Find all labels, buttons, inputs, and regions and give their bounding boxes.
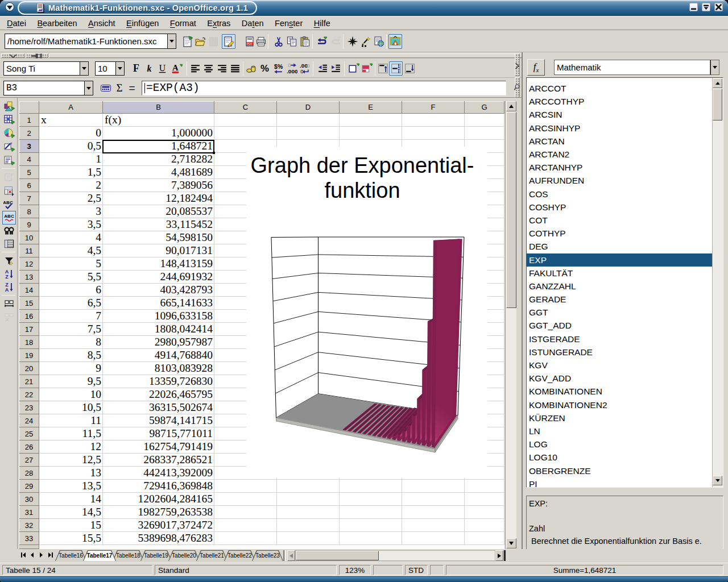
background-color-button[interactable] [359, 61, 373, 76]
cell-B7[interactable]: 12,182494 [103, 192, 214, 205]
cell-G33[interactable] [465, 532, 504, 545]
row-header-24[interactable]: 24 [19, 414, 39, 427]
cell-F31[interactable] [402, 506, 465, 519]
menu-bearbeiten[interactable]: Bearbeiten [37, 19, 77, 28]
status-zoom[interactable]: 123% [339, 565, 371, 575]
valign-bottom-button[interactable] [403, 61, 416, 76]
cell-G30[interactable] [465, 493, 504, 506]
cell-B12[interactable]: 148,413159 [103, 257, 214, 271]
cell-B14[interactable]: 403,428793 [103, 284, 214, 297]
autopilot-button[interactable] [359, 34, 373, 49]
row-header-26[interactable]: 26 [19, 440, 39, 454]
copy-button[interactable] [285, 34, 299, 49]
cell-C1[interactable] [214, 114, 277, 127]
cell-B23[interactable]: 36315,502674 [103, 401, 214, 414]
menu-ansicht[interactable]: Ansicht [88, 19, 115, 28]
sheet-tab-tabelle21[interactable]: Tabelle21 [196, 550, 228, 561]
cell-E2[interactable] [340, 127, 402, 140]
cell-B29[interactable]: 729416,369848 [103, 480, 214, 493]
row-header-20[interactable]: 20 [19, 362, 39, 375]
cell-A9[interactable]: 3,5 [39, 218, 103, 231]
function-item-istgerade[interactable]: ISTGERADE [527, 332, 723, 346]
hscroll-left-button[interactable] [287, 550, 295, 561]
row-header-7[interactable]: 7 [19, 192, 39, 205]
cell-A6[interactable]: 2 [39, 179, 103, 192]
cell-B3[interactable]: 1,648721 [103, 140, 214, 153]
cell-D29[interactable] [277, 480, 340, 493]
bold-button[interactable]: F [129, 61, 143, 76]
cell-D30[interactable] [277, 493, 340, 506]
align-left-button[interactable] [188, 61, 202, 76]
cell-A2[interactable]: 0 [39, 127, 103, 140]
find-replace-button[interactable] [2, 224, 16, 238]
cell-A32[interactable]: 15 [39, 519, 103, 532]
cell-B21[interactable]: 13359,726830 [103, 375, 214, 388]
cell-B11[interactable]: 90,017131 [103, 244, 214, 257]
open-document-button[interactable] [193, 34, 207, 49]
cell-A1[interactable]: x [39, 114, 103, 127]
function-item-log10[interactable]: LOG10 [527, 451, 723, 464]
cell-B26[interactable]: 162754,791419 [103, 440, 214, 454]
number-currency-button[interactable] [245, 61, 258, 76]
cell-A28[interactable]: 13 [39, 467, 103, 480]
cell-A13[interactable]: 5,5 [39, 271, 103, 284]
add-decimal-button[interactable]: 0.000 [284, 61, 298, 76]
cell-A11[interactable]: 4,5 [39, 244, 103, 257]
row-header-19[interactable]: 19 [19, 349, 39, 362]
sheet-tab-tabelle18[interactable]: Tabelle18 [113, 550, 144, 561]
row-header-30[interactable]: 30 [19, 493, 39, 506]
embedded-chart[interactable]: Graph der Exponential-funktion [246, 147, 487, 478]
row-header-27[interactable]: 27 [19, 454, 39, 467]
list-scroll-down[interactable] [713, 476, 722, 485]
function-item-arcsin[interactable]: ARCSIN [527, 109, 723, 122]
function-item-istungerade[interactable]: ISTUNGERADE [527, 346, 723, 359]
function-item-kombinationen2[interactable]: KOMBINATIONEN2 [527, 398, 723, 411]
cell-C31[interactable] [214, 506, 277, 519]
row-header-3[interactable]: 3 [19, 140, 39, 153]
cell-F29[interactable] [402, 480, 465, 493]
auto-spellcheck-button[interactable]: ABC [2, 211, 16, 225]
cell-B9[interactable]: 33,115452 [103, 218, 214, 231]
cell-A30[interactable]: 14 [39, 493, 103, 506]
group-button[interactable] [2, 297, 16, 311]
cell-B28[interactable]: 442413,392009 [103, 467, 214, 480]
cell-F1[interactable] [402, 114, 465, 127]
cell-A26[interactable]: 12 [39, 440, 103, 454]
function-item-arccot[interactable]: ARCCOT [527, 82, 723, 95]
row-header-10[interactable]: 10 [19, 231, 39, 244]
cell-A23[interactable]: 10,5 [39, 401, 103, 414]
ungroup-button[interactable] [2, 310, 16, 324]
function-item-ggt_add[interactable]: GGT_ADD [527, 319, 723, 332]
document-globe-button[interactable] [372, 34, 386, 49]
sort-ascending-button[interactable]: AZ [2, 267, 16, 281]
sheet-tab-tabelle20[interactable]: Tabelle20 [168, 550, 200, 561]
autofilter-button[interactable] [2, 254, 16, 268]
function-list[interactable]: ARCCOTARCCOTHYPARCSINARCSINHYPARCTANARCT… [526, 77, 723, 488]
cell-A25[interactable]: 11,5 [39, 427, 103, 440]
column-header-C[interactable]: C [214, 101, 277, 114]
autoformat-button[interactable] [2, 184, 16, 198]
cell-A22[interactable]: 10 [39, 388, 103, 401]
function-item-cos[interactable]: COS [527, 188, 723, 201]
last-sheet-button[interactable] [46, 550, 55, 560]
url-combo[interactable]: /home/rolf/Mathematik1-Funktionen.sxc [5, 34, 176, 49]
pin-icon[interactable] [31, 53, 42, 59]
increase-indent-button[interactable] [329, 61, 342, 76]
window-menu-button[interactable] [5, 2, 14, 11]
name-box[interactable]: B3 [3, 81, 93, 95]
cell-A24[interactable]: 11 [39, 414, 103, 427]
row-header-33[interactable]: 33 [19, 532, 39, 545]
row-header-11[interactable]: 11 [19, 244, 39, 257]
function-item-exp[interactable]: EXP [527, 253, 723, 267]
column-header-G[interactable]: G [465, 101, 504, 114]
cell-B5[interactable]: 4,481689 [103, 166, 214, 179]
menu-fenster[interactable]: Fenster [275, 19, 303, 28]
column-header-A[interactable]: A [39, 101, 103, 114]
row-header-32[interactable]: 32 [19, 519, 39, 532]
function-item-log[interactable]: LOG [527, 438, 723, 451]
function-item-aufrunden[interactable]: AUFRUNDEN [527, 174, 723, 188]
cell-G31[interactable] [465, 506, 504, 519]
cell-B32[interactable]: 3269017,372472 [103, 519, 214, 532]
cell-A3[interactable]: 0,5 [39, 140, 103, 153]
cell-B8[interactable]: 20,085537 [103, 205, 214, 218]
